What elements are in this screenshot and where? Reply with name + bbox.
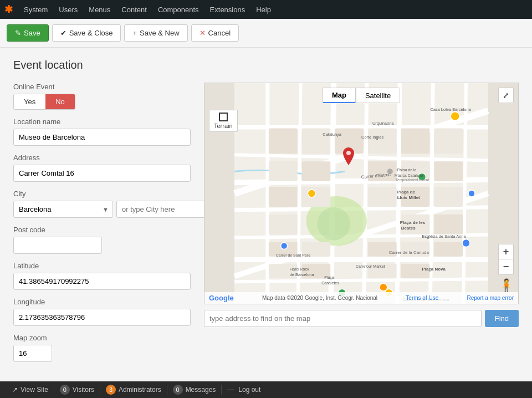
city-row: Barcelona ▼ <box>13 201 191 218</box>
svg-rect-27 <box>302 161 331 181</box>
svg-text:Carrer de la Canuda: Carrer de la Canuda <box>389 250 429 255</box>
svg-text:Lluís Millet: Lluís Millet <box>397 195 420 200</box>
svg-point-80 <box>387 169 393 174</box>
address-field: Address <box>13 154 191 182</box>
location-name-label: Location name <box>13 118 191 126</box>
save-button[interactable]: ✎ Save <box>7 24 49 42</box>
location-name-input[interactable] <box>13 129 191 146</box>
online-event-label: Online Event <box>13 83 191 91</box>
map-zoom-label: Map zoom <box>13 334 191 342</box>
address-label: Address <box>13 154 191 162</box>
svg-rect-26 <box>269 161 298 181</box>
latitude-label: Latitude <box>13 262 191 270</box>
svg-rect-43 <box>434 242 463 257</box>
svg-point-52 <box>281 243 288 249</box>
cancel-icon: ✕ <box>200 29 206 37</box>
address-input[interactable] <box>13 165 191 182</box>
map-container[interactable]: Carrer d'Estruc Carrer de la Canuda Carr… <box>204 83 519 304</box>
svg-rect-31 <box>269 187 298 207</box>
city-select[interactable]: Barcelona <box>13 201 113 218</box>
svg-text:Església de Santa Anna: Església de Santa Anna <box>422 234 466 239</box>
svg-text:Plaça de les: Plaça de les <box>400 220 426 225</box>
map-tab-map[interactable]: Map <box>323 88 356 103</box>
fullscreen-button[interactable]: ⤢ <box>498 88 514 103</box>
svg-text:Carrer de Sant Pere: Carrer de Sant Pere <box>276 253 310 257</box>
svg-rect-20 <box>269 129 298 154</box>
svg-rect-38 <box>434 215 463 234</box>
nav-content[interactable]: Content <box>116 2 152 17</box>
longitude-field: Longitude <box>13 298 191 326</box>
find-button[interactable]: Find <box>485 310 519 327</box>
zoom-out-button[interactable]: − <box>498 259 514 275</box>
map-tab-controls: Map Satellite <box>204 88 518 103</box>
svg-text:Plaça Nova: Plaça Nova <box>422 267 446 272</box>
svg-text:de Barcelona: de Barcelona <box>290 272 315 277</box>
city-field: City Barcelona ▼ <box>13 190 191 218</box>
svg-point-53 <box>468 190 475 197</box>
svg-rect-33 <box>368 187 397 207</box>
online-event-yes[interactable]: Yes <box>14 94 45 109</box>
svg-point-56 <box>380 283 387 291</box>
find-address-input[interactable] <box>204 310 482 327</box>
map-data-text: Map data ©2020 Google, Inst. Geogr. Naci… <box>262 295 377 301</box>
svg-rect-25 <box>434 129 463 154</box>
online-event-no[interactable]: No <box>45 94 75 109</box>
plus-icon: + <box>132 29 137 37</box>
nav-components[interactable]: Components <box>152 2 204 17</box>
map-error-link[interactable]: Report a map error <box>467 295 514 301</box>
nav-system[interactable]: System <box>18 2 53 17</box>
city-label: City <box>13 190 191 198</box>
postcode-input[interactable] <box>13 237 102 254</box>
svg-point-51 <box>462 239 470 247</box>
svg-rect-36 <box>269 215 298 234</box>
checkmark-icon: ✔ <box>60 29 66 37</box>
nav-users[interactable]: Users <box>53 2 83 17</box>
google-logo: Google <box>209 294 234 302</box>
online-event-toggle: Yes No <box>13 94 75 110</box>
nav-extensions[interactable]: Extensions <box>204 2 251 17</box>
svg-rect-30 <box>434 161 463 181</box>
online-event-field: Online Event Yes No <box>13 83 191 110</box>
svg-text:Casa Lolea Barcelona: Casa Lolea Barcelona <box>430 107 471 112</box>
nav-help[interactable]: Help <box>250 2 277 17</box>
svg-rect-24 <box>401 129 430 154</box>
map-tab-satellite[interactable]: Satellite <box>356 88 400 103</box>
page-title: Event location <box>13 59 519 72</box>
svg-text:Temporalment tancat: Temporalment tancat <box>396 178 429 182</box>
form-map-layout: Online Event Yes No Location name Addres… <box>13 83 519 370</box>
latitude-input[interactable] <box>13 273 191 290</box>
svg-point-48 <box>451 112 459 121</box>
save-icon: ✎ <box>15 29 21 37</box>
svg-text:Carrefour Market: Carrefour Market <box>356 264 385 268</box>
cancel-button[interactable]: ✕ Cancel <box>191 24 239 42</box>
save-new-button[interactable]: + Save & New <box>124 24 187 42</box>
map-footer: Google Map data ©2020 Google, Inst. Geog… <box>204 292 518 304</box>
svg-rect-32 <box>302 187 331 207</box>
save-close-button[interactable]: ✔ Save & Close <box>52 24 121 42</box>
svg-text:Plaça de: Plaça de <box>397 190 416 195</box>
city-select-wrapper: Barcelona ▼ <box>13 201 113 218</box>
map-zoom-input[interactable] <box>13 345 52 362</box>
svg-text:Plaça: Plaça <box>324 275 334 280</box>
svg-text:Beates: Beates <box>401 226 416 231</box>
latitude-field: Latitude <box>13 262 191 290</box>
location-pin-icon <box>343 147 354 165</box>
map-terms-link[interactable]: Terms of Use <box>406 295 438 301</box>
svg-point-50 <box>308 190 315 197</box>
zoom-in-button[interactable]: + <box>498 244 514 259</box>
longitude-input[interactable] <box>13 309 191 326</box>
find-address-row: Find <box>204 310 519 327</box>
terrain-icon <box>219 113 228 121</box>
svg-text:Corte Inglés: Corte Inglés <box>361 135 383 140</box>
terrain-button[interactable]: Terrain <box>209 110 238 132</box>
location-name-field: Location name <box>13 118 191 146</box>
postcode-label: Post code <box>13 226 191 234</box>
top-navigation: ✱ System Users Menus Content Components … <box>0 0 532 19</box>
zoom-in-icon: + <box>503 246 509 258</box>
fullscreen-icon: ⤢ <box>503 91 509 100</box>
svg-text:Hard Rock: Hard Rock <box>290 267 309 272</box>
pegman-icon[interactable]: 🧍 <box>499 278 514 293</box>
svg-text:Urquinaona: Urquinaona <box>372 121 394 126</box>
nav-menus[interactable]: Menus <box>83 2 116 17</box>
map-section: Carrer d'Estruc Carrer de la Canuda Carr… <box>204 83 519 327</box>
